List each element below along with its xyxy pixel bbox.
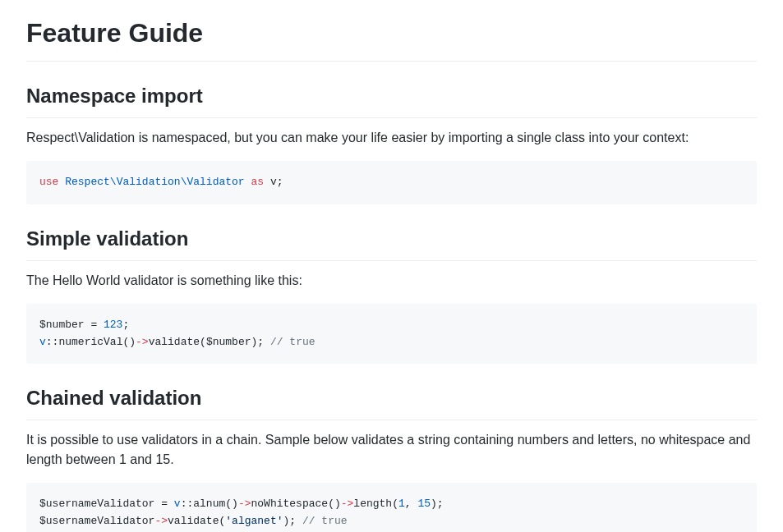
paragraph-simple-validation: The Hello World validator is something l… [26, 271, 757, 291]
code-arrow: -> [136, 336, 149, 348]
code-scope: :: [181, 498, 194, 510]
code-variable: $usernameValidator [39, 515, 154, 527]
code-fn: numericVal [58, 336, 122, 348]
code-fn: noWhitespace [251, 498, 329, 510]
code-class: v [174, 498, 181, 510]
code-comma: , [405, 498, 418, 510]
code-paren: ( [392, 498, 398, 510]
code-punct: ; [289, 515, 302, 527]
code-fn: validate [168, 515, 219, 527]
code-arrow: -> [238, 498, 251, 510]
page-title: Feature Guide [26, 13, 757, 62]
code-scope: :: [46, 336, 59, 348]
heading-chained-validation: Chained validation [26, 383, 757, 420]
heading-namespace-import: Namespace import [26, 81, 757, 118]
code-paren: () [122, 336, 136, 348]
code-variable: $usernameValidator [39, 498, 154, 510]
code-number: 15 [417, 498, 431, 510]
code-number: 1 [398, 498, 405, 510]
code-punct: ; [122, 319, 129, 331]
code-paren: () [225, 498, 238, 510]
code-class: Respect\Validation\Validator [65, 176, 244, 188]
code-arrow: -> [341, 498, 354, 510]
code-op: = [85, 319, 104, 331]
code-paren: () [328, 498, 341, 510]
code-paren: ( [200, 336, 206, 348]
code-string: 'alganet' [225, 515, 283, 527]
code-fn: validate [149, 336, 200, 348]
code-variable: $number [206, 336, 251, 348]
code-keyword: use [39, 176, 58, 188]
code-punct: ; [437, 498, 444, 510]
code-op: = [154, 498, 173, 510]
paragraph-chained-validation: It is possible to use validators in a ch… [26, 430, 757, 470]
code-variable: $number [39, 319, 85, 331]
code-namespace-import: use Respect\Validation\Validator as v; [26, 161, 757, 204]
code-comment: // true [302, 515, 348, 527]
code-chained-validation: $usernameValidator = v::alnum()->noWhite… [26, 483, 757, 532]
code-class: v [39, 336, 46, 348]
code-punct: ; [277, 176, 283, 188]
code-fn: alnum [193, 498, 225, 510]
heading-simple-validation: Simple validation [26, 224, 757, 261]
code-keyword: as [251, 176, 264, 188]
code-alias: v [270, 176, 277, 188]
code-simple-validation: $number = 123; v::numericVal()->validate… [26, 304, 757, 365]
code-paren: ) [431, 498, 437, 510]
code-fn: length [353, 498, 392, 510]
code-number: 123 [104, 319, 122, 331]
paragraph-namespace-import: Respect\Validation is namespaced, but yo… [26, 128, 757, 148]
code-punct: ; [257, 336, 270, 348]
code-comment: // true [270, 336, 316, 348]
code-arrow: -> [154, 515, 168, 527]
